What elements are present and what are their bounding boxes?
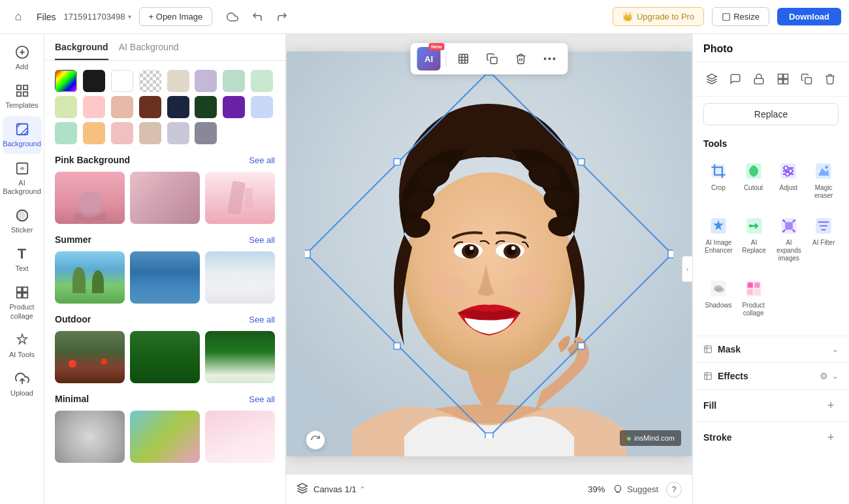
canvas-workspace: ● insMind.com: [286, 34, 692, 474]
home-button[interactable]: ⌂: [8, 7, 29, 27]
shadows-tool[interactable]: Shadows: [703, 274, 733, 321]
cloud-save-button[interactable]: [223, 7, 242, 27]
outdoor-thumb-3[interactable]: [205, 331, 275, 383]
summer-see-all[interactable]: See all: [249, 235, 275, 245]
pink-thumb-1[interactable]: [55, 172, 125, 224]
color-swatch-light-blue[interactable]: [251, 96, 273, 118]
color-swatch-white[interactable]: [111, 70, 133, 92]
color-swatch-mint-light[interactable]: [223, 70, 245, 92]
delete-tool-button[interactable]: [509, 47, 533, 71]
color-swatch-blue-gray[interactable]: [167, 122, 189, 144]
color-swatch-light-pink[interactable]: [83, 96, 105, 118]
color-swatch-mint-2[interactable]: [55, 122, 77, 144]
sidebar-item-ai-tools[interactable]: AI Tools: [3, 327, 42, 364]
panel-content: Pink Background See all: [44, 61, 285, 504]
outdoor-thumb-1[interactable]: [55, 331, 125, 383]
ai-tool-button[interactable]: AI New: [417, 47, 441, 71]
ai-image-enhancer-tool[interactable]: AI Image Enhancer: [703, 212, 734, 266]
pink-thumb-2[interactable]: [130, 172, 200, 224]
color-swatch-orange-light[interactable]: [83, 122, 105, 144]
color-swatch-black[interactable]: [83, 70, 105, 92]
svg-rect-88: [747, 289, 752, 294]
sidebar-item-sticker[interactable]: Sticker: [3, 202, 42, 240]
upgrade-button[interactable]: 👑 Upgrade to Pro: [613, 7, 704, 26]
help-button[interactable]: ?: [666, 482, 682, 497]
color-swatch-rainbow[interactable]: [55, 70, 77, 92]
color-swatch-tan[interactable]: [139, 122, 161, 144]
minimal-thumb-2[interactable]: [130, 411, 200, 463]
ai-replace-tool[interactable]: AI Replace: [739, 212, 769, 266]
svg-rect-4: [16, 86, 20, 89]
summer-thumb-3[interactable]: [205, 251, 275, 304]
effects-settings-icon[interactable]: ⚙: [820, 371, 828, 381]
sidebar-item-templates[interactable]: Templates: [3, 78, 42, 115]
resize-button[interactable]: Resize: [712, 7, 769, 26]
sidebar-item-product-collage[interactable]: Product collage: [3, 279, 42, 325]
footer-layers-button[interactable]: [296, 482, 308, 497]
crop-tool[interactable]: Crop: [703, 157, 733, 204]
effects-header[interactable]: Effects ⚙ ⌄: [703, 371, 839, 381]
ai-expands-images-tool[interactable]: AI expands images: [774, 212, 803, 266]
layers-tool-button[interactable]: [452, 47, 475, 71]
minimal-see-all[interactable]: See all: [249, 394, 275, 404]
color-swatch-beige[interactable]: [167, 70, 189, 92]
rotate-handle[interactable]: [306, 430, 325, 450]
pink-thumb-3[interactable]: [205, 172, 275, 224]
delete-icon-button[interactable]: [822, 69, 839, 89]
flip-icon-button[interactable]: [727, 69, 744, 89]
collapse-panel-button[interactable]: ›: [682, 256, 692, 282]
pink-background-see-all[interactable]: See all: [249, 155, 275, 165]
adjust-tool[interactable]: Adjust: [774, 157, 804, 204]
cutout-tool[interactable]: Cutout: [739, 157, 769, 204]
open-image-button[interactable]: + Open Image: [139, 7, 213, 26]
redo-button[interactable]: [272, 7, 292, 27]
sidebar-item-upload[interactable]: Upload: [3, 366, 42, 403]
ai-filter-tool[interactable]: AI Filter: [809, 212, 839, 266]
more-tool-button[interactable]: [538, 47, 562, 71]
sidebar-item-background[interactable]: Background: [3, 116, 42, 153]
canvas-expand-icon[interactable]: ⌃: [359, 485, 366, 494]
minimal-thumb-3[interactable]: [205, 411, 275, 463]
svg-point-25: [553, 57, 556, 60]
sidebar-item-add[interactable]: Add: [3, 39, 42, 76]
color-swatch-navy[interactable]: [167, 96, 189, 118]
svg-point-44: [512, 274, 551, 300]
summer-thumb-2[interactable]: [130, 251, 200, 304]
lock-icon-button[interactable]: [750, 69, 767, 89]
color-swatch-pink-light-2[interactable]: [111, 122, 133, 144]
color-swatch-transparent[interactable]: [139, 70, 161, 92]
replace-button[interactable]: Replace: [703, 103, 839, 125]
fill-add-button[interactable]: +: [823, 398, 839, 413]
sidebar-item-text[interactable]: T Text: [3, 241, 42, 278]
undo-button[interactable]: [248, 7, 267, 27]
mask-header[interactable]: Mask ⌄: [703, 344, 839, 354]
tab-background[interactable]: Background: [55, 42, 108, 60]
arrange-icon-button[interactable]: [775, 69, 792, 89]
canvas[interactable]: ● insMind.com: [287, 52, 692, 456]
tab-ai-background[interactable]: AI Background: [119, 42, 179, 60]
color-swatch-lavender[interactable]: [195, 70, 217, 92]
color-swatch-mint[interactable]: [251, 70, 273, 92]
color-swatch-light-green[interactable]: [55, 96, 77, 118]
suggest-button[interactable]: Suggest: [613, 484, 658, 495]
minimal-thumb-1[interactable]: [55, 411, 125, 463]
layers-icon-button[interactable]: [703, 69, 720, 89]
templates-icon: [14, 83, 30, 99]
sidebar-item-ai-background[interactable]: AI Background: [3, 155, 42, 201]
color-swatch-brown[interactable]: [139, 96, 161, 118]
color-swatch-purple[interactable]: [223, 96, 245, 118]
duplicate-icon-button[interactable]: [798, 69, 815, 89]
magic-eraser-tool[interactable]: Magic eraser: [809, 157, 839, 204]
color-swatch-gray[interactable]: [195, 122, 217, 144]
product-collage-tool[interactable]: Product collage: [739, 274, 769, 321]
color-swatch-salmon[interactable]: [111, 96, 133, 118]
summer-thumb-1[interactable]: [55, 251, 125, 304]
outdoor-see-all[interactable]: See all: [249, 315, 275, 324]
outdoor-thumb-2[interactable]: [130, 331, 200, 383]
svg-marker-55: [707, 74, 717, 80]
background-icon: [14, 121, 30, 137]
color-swatch-dark-green[interactable]: [195, 96, 217, 118]
stroke-add-button[interactable]: +: [823, 430, 839, 445]
download-button[interactable]: Download: [777, 8, 841, 25]
copy-tool-button[interactable]: [481, 47, 504, 71]
